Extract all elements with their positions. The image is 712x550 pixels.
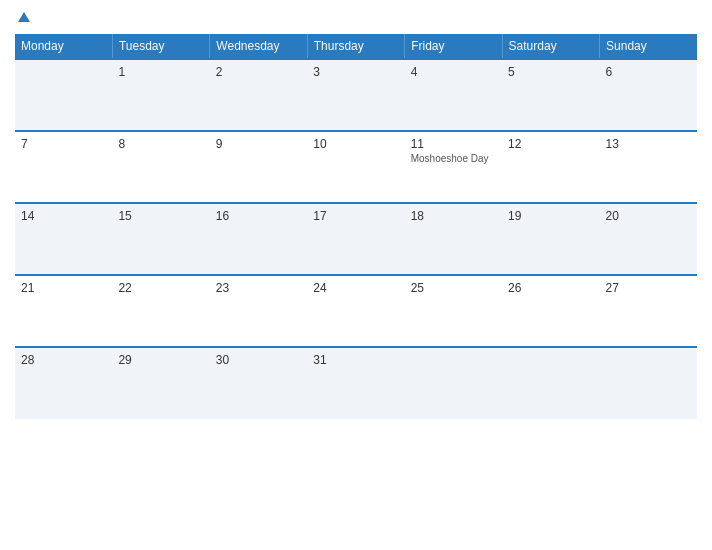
- day-number: 23: [216, 281, 301, 295]
- day-number: 22: [118, 281, 203, 295]
- day-number: 6: [606, 65, 691, 79]
- calendar-cell: 5: [502, 59, 599, 131]
- calendar-cell: 28: [15, 347, 112, 419]
- calendar-cell: [15, 59, 112, 131]
- calendar-table: MondayTuesdayWednesdayThursdayFridaySatu…: [15, 34, 697, 419]
- calendar-cell: 6: [600, 59, 697, 131]
- day-number: 16: [216, 209, 301, 223]
- day-header-thursday: Thursday: [307, 34, 404, 59]
- calendar-cell: 20: [600, 203, 697, 275]
- logo-triangle-icon: [18, 12, 30, 22]
- day-header-tuesday: Tuesday: [112, 34, 209, 59]
- calendar-cell: 21: [15, 275, 112, 347]
- day-header-wednesday: Wednesday: [210, 34, 307, 59]
- calendar-cell: [600, 347, 697, 419]
- calendar-cell: 16: [210, 203, 307, 275]
- calendar-cell: 19: [502, 203, 599, 275]
- day-header-friday: Friday: [405, 34, 502, 59]
- day-number: 28: [21, 353, 106, 367]
- day-number: 24: [313, 281, 398, 295]
- calendar-cell: 30: [210, 347, 307, 419]
- calendar-cell: 31: [307, 347, 404, 419]
- logo: [15, 10, 30, 26]
- day-number: 2: [216, 65, 301, 79]
- week-row-2: 7891011Moshoeshoe Day1213: [15, 131, 697, 203]
- calendar-cell: 27: [600, 275, 697, 347]
- day-number: 13: [606, 137, 691, 151]
- day-number: 18: [411, 209, 496, 223]
- calendar-cell: [502, 347, 599, 419]
- calendar-cell: [405, 347, 502, 419]
- calendar-cell: 18: [405, 203, 502, 275]
- calendar-cell: 11Moshoeshoe Day: [405, 131, 502, 203]
- calendar-cell: 12: [502, 131, 599, 203]
- day-number: 21: [21, 281, 106, 295]
- day-header-saturday: Saturday: [502, 34, 599, 59]
- day-number: 17: [313, 209, 398, 223]
- day-number: 5: [508, 65, 593, 79]
- calendar-cell: 3: [307, 59, 404, 131]
- logo-top: [15, 10, 30, 26]
- day-number: 1: [118, 65, 203, 79]
- calendar-cell: 25: [405, 275, 502, 347]
- calendar-cell: 4: [405, 59, 502, 131]
- day-number: 19: [508, 209, 593, 223]
- calendar-cell: 22: [112, 275, 209, 347]
- calendar-header: MondayTuesdayWednesdayThursdayFridaySatu…: [15, 34, 697, 59]
- calendar-cell: 14: [15, 203, 112, 275]
- calendar-cell: 15: [112, 203, 209, 275]
- day-number: 20: [606, 209, 691, 223]
- calendar-page: MondayTuesdayWednesdayThursdayFridaySatu…: [0, 0, 712, 550]
- calendar-cell: 26: [502, 275, 599, 347]
- calendar-body: 1234567891011Moshoeshoe Day1213141516171…: [15, 59, 697, 419]
- day-number: 26: [508, 281, 593, 295]
- day-number: 12: [508, 137, 593, 151]
- day-number: 10: [313, 137, 398, 151]
- day-number: 7: [21, 137, 106, 151]
- day-number: 25: [411, 281, 496, 295]
- day-number: 4: [411, 65, 496, 79]
- day-number: 30: [216, 353, 301, 367]
- day-number: 15: [118, 209, 203, 223]
- calendar-cell: 7: [15, 131, 112, 203]
- day-number: 3: [313, 65, 398, 79]
- calendar-cell: 2: [210, 59, 307, 131]
- week-row-1: 123456: [15, 59, 697, 131]
- day-number: 11: [411, 137, 496, 151]
- calendar-cell: 23: [210, 275, 307, 347]
- calendar-cell: 24: [307, 275, 404, 347]
- day-header-monday: Monday: [15, 34, 112, 59]
- calendar-cell: 8: [112, 131, 209, 203]
- calendar-cell: 1: [112, 59, 209, 131]
- calendar-cell: 17: [307, 203, 404, 275]
- day-number: 29: [118, 353, 203, 367]
- calendar-cell: 29: [112, 347, 209, 419]
- calendar-cell: 9: [210, 131, 307, 203]
- week-row-4: 21222324252627: [15, 275, 697, 347]
- days-of-week-row: MondayTuesdayWednesdayThursdayFridaySatu…: [15, 34, 697, 59]
- calendar-cell: 10: [307, 131, 404, 203]
- day-number: 14: [21, 209, 106, 223]
- day-number: 8: [118, 137, 203, 151]
- day-number: 9: [216, 137, 301, 151]
- header: [15, 10, 697, 26]
- calendar-cell: 13: [600, 131, 697, 203]
- day-number: 31: [313, 353, 398, 367]
- week-row-3: 14151617181920: [15, 203, 697, 275]
- day-header-sunday: Sunday: [600, 34, 697, 59]
- day-number: 27: [606, 281, 691, 295]
- day-event: Moshoeshoe Day: [411, 153, 496, 164]
- week-row-5: 28293031: [15, 347, 697, 419]
